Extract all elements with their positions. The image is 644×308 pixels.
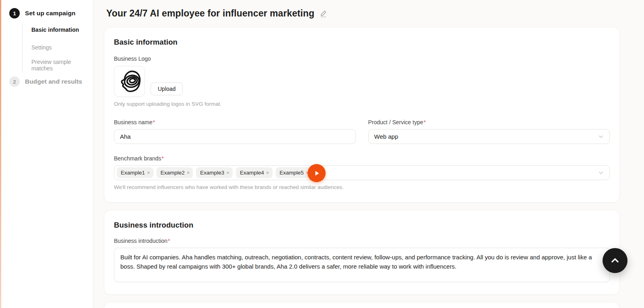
next-card-top-edge [104, 302, 620, 308]
chevron-up-icon [610, 255, 620, 266]
required-asterisk: * [162, 155, 164, 162]
benchmark-brands-hint: We'll recommend influencers who have wor… [114, 184, 610, 190]
brand-tag: Example1 × [117, 167, 153, 178]
card-title: Business introduction [114, 221, 610, 230]
play-video-button[interactable] [308, 164, 326, 182]
card-title: Basic information [114, 38, 610, 47]
setup-campaign-substeps: Basic information Settings Preview sampl… [9, 21, 93, 74]
brand-tag: Example3 × [196, 167, 233, 178]
aha-head-logo-icon [118, 70, 141, 93]
campaign-setup-main: Your 24/7 AI employee for influencer mar… [93, 0, 644, 308]
required-asterisk: * [423, 119, 425, 125]
sidebar-item-basic-information[interactable]: Basic information [31, 21, 93, 39]
business-introduction-textarea[interactable]: Built for AI companies. Aha handles matc… [114, 248, 610, 282]
chevron-down-icon [598, 170, 604, 176]
sidebar-item-settings[interactable]: Settings [31, 39, 93, 56]
remove-tag-icon[interactable]: × [266, 170, 269, 175]
remove-tag-icon[interactable]: × [147, 170, 150, 175]
product-service-type-group: Product / Service type* Web app [368, 119, 610, 144]
brand-tag-label: Example5 [280, 170, 304, 176]
logo-format-hint: Only support uploading logos in SVG form… [114, 101, 610, 107]
brand-tag-label: Example3 [200, 170, 224, 176]
remove-tag-icon[interactable]: × [187, 170, 190, 175]
sidebar-step-setup-campaign[interactable]: 1 Set up campaign [9, 8, 93, 18]
business-introduction-label: Business introduction [114, 238, 167, 244]
sidebar-item-preview-sample-matches[interactable]: Preview sample matches [31, 56, 93, 74]
brand-tag: Example5 × [276, 167, 312, 178]
remove-tag-icon[interactable]: × [226, 170, 229, 175]
brand-tag-label: Example2 [161, 170, 185, 176]
business-logo-section: Business Logo Upload Only support upload… [114, 55, 610, 107]
business-introduction-group: Business introduction* Built for AI comp… [114, 238, 610, 282]
page-title: Your 24/7 AI employee for influencer mar… [106, 8, 314, 19]
brand-tag: Example4 × [236, 167, 272, 178]
play-icon [313, 170, 320, 177]
page-title-row: Your 24/7 AI employee for influencer mar… [104, 6, 620, 27]
product-service-type-label: Product / Service type [368, 119, 423, 125]
business-name-label: Business name [114, 119, 153, 125]
chevron-down-icon [598, 134, 604, 140]
campaign-steps-sidebar: 1 Set up campaign Basic information Sett… [1, 0, 93, 308]
step-number-badge: 2 [9, 76, 20, 87]
step-label: Budget and results [25, 78, 82, 85]
benchmark-brands-label: Benchmark brands [114, 155, 161, 162]
required-asterisk: * [153, 119, 155, 125]
business-name-group: Business name* [114, 119, 356, 144]
edit-title-pencil-icon[interactable] [319, 10, 327, 18]
product-service-type-select[interactable]: Web app [368, 129, 610, 144]
benchmark-brands-group: Benchmark brands* Example1 × Example2 × … [114, 155, 610, 190]
required-asterisk: * [168, 238, 170, 244]
sidebar-step-budget-and-results[interactable]: 2 Budget and results [9, 76, 93, 87]
business-name-input[interactable] [114, 129, 356, 144]
basic-information-card: Basic information Business Logo Upload O… [104, 27, 620, 203]
brand-tag: Example2 × [157, 167, 193, 178]
benchmark-brands-multiselect[interactable]: Example1 × Example2 × Example3 × Example… [114, 165, 610, 180]
brand-tag-label: Example4 [240, 170, 264, 176]
selected-option: Web app [374, 133, 398, 140]
step-label: Set up campaign [25, 10, 76, 17]
upload-logo-button[interactable]: Upload [151, 82, 183, 95]
business-logo-label: Business Logo [114, 55, 610, 62]
business-logo-preview [114, 66, 145, 97]
step-number-badge: 1 [9, 8, 20, 18]
business-introduction-card: Business introduction Business introduct… [104, 210, 620, 295]
scroll-to-top-button[interactable] [603, 248, 627, 273]
brand-tag-label: Example1 [121, 170, 145, 176]
